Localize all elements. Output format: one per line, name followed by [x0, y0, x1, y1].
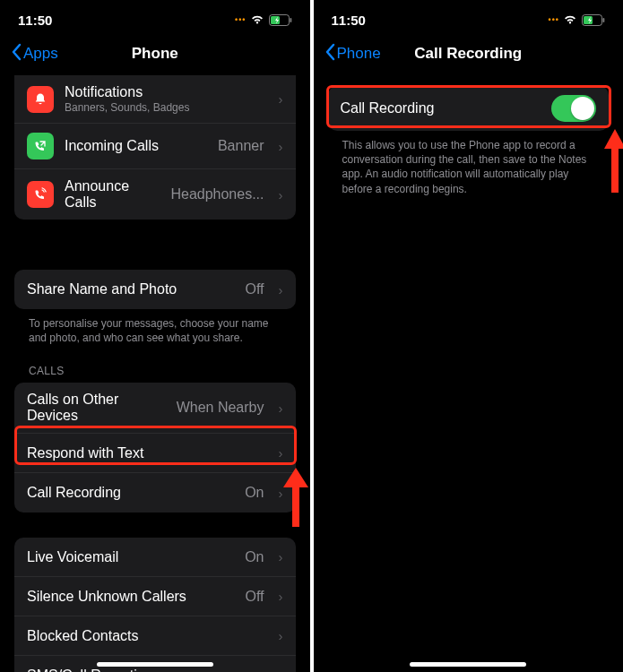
call-recording-toggle-cell[interactable]: Call Recording: [328, 86, 610, 131]
incoming-calls-cell[interactable]: Incoming Calls Banner ›: [14, 124, 296, 169]
back-label: Phone: [337, 45, 381, 63]
calls-section: CALLS Calls on Other Devices When Nearby…: [14, 365, 296, 513]
back-button[interactable]: Apps: [11, 43, 58, 65]
incoming-calls-value: Banner: [218, 138, 264, 154]
nav-bar: Apps Phone: [0, 36, 310, 75]
chevron-right-icon: ›: [279, 282, 283, 297]
share-label: Share Name and Photo: [27, 281, 234, 297]
svg-rect-5: [603, 18, 605, 22]
left-screen: 11:50 ••• Apps Phone Notifications Banne…: [0, 0, 310, 672]
blocked-label: Blocked Contacts: [27, 628, 264, 644]
chevron-right-icon: ›: [279, 187, 283, 202]
live-voicemail-cell[interactable]: Live Voicemail On ›: [14, 538, 296, 577]
status-bar: 11:50 •••: [0, 0, 310, 36]
share-section: Share Name and Photo Off › To personalis…: [14, 270, 296, 345]
sms-label: SMS/Call Reporting: [27, 668, 264, 672]
share-footer: To personalise your messages, choose you…: [14, 309, 296, 345]
toggle-knob: [571, 97, 594, 120]
chevron-right-icon: ›: [279, 445, 283, 461]
incoming-calls-icon: [27, 133, 54, 159]
page-title: Phone: [132, 45, 178, 63]
chevron-right-icon: ›: [279, 549, 283, 564]
toggle-label: Call Recording: [341, 100, 541, 116]
call-recording-value: On: [245, 485, 264, 501]
chevron-right-icon: ›: [279, 628, 283, 643]
recording-footer: This allows you to use the Phone app to …: [328, 131, 610, 196]
silence-unknown-cell[interactable]: Silence Unknown Callers Off ›: [14, 577, 296, 616]
voicemail-section: Live Voicemail On › Silence Unknown Call…: [14, 538, 296, 672]
chevron-left-icon: [324, 43, 335, 65]
notifications-label: Notifications Banners, Sounds, Badges: [65, 84, 264, 114]
wifi-icon: [250, 14, 264, 25]
settings-group-alerts: Notifications Banners, Sounds, Badges › …: [14, 75, 296, 220]
notifications-icon: [27, 86, 54, 113]
wifi-icon: [563, 14, 577, 25]
respond-label: Respond with Text: [27, 445, 264, 461]
recording-dots-icon: •••: [549, 15, 559, 24]
battery-icon: [581, 14, 605, 26]
respond-with-text-cell[interactable]: Respond with Text ›: [14, 434, 296, 473]
chevron-right-icon: ›: [279, 668, 283, 672]
chevron-right-icon: ›: [279, 486, 283, 501]
announce-calls-icon: [27, 181, 54, 208]
home-indicator[interactable]: [97, 662, 213, 667]
call-recording-cell[interactable]: Call Recording On ›: [14, 473, 296, 513]
home-indicator[interactable]: [410, 662, 526, 667]
incoming-calls-label: Incoming Calls: [65, 138, 207, 154]
back-label: Apps: [23, 45, 58, 63]
voicemail-value: On: [245, 549, 264, 565]
call-recording-label: Call Recording: [27, 485, 234, 501]
blocked-contacts-cell[interactable]: Blocked Contacts ›: [14, 616, 296, 656]
silence-value: Off: [245, 589, 264, 605]
page-title: Call Recording: [414, 45, 522, 63]
chevron-right-icon: ›: [279, 589, 283, 604]
other-devices-value: When Nearby: [177, 400, 264, 416]
status-time: 11:50: [18, 13, 52, 28]
share-value: Off: [245, 281, 264, 297]
right-screen: 11:50 ••• Phone Call Recording Call Reco…: [314, 0, 624, 672]
share-name-photo-cell[interactable]: Share Name and Photo Off ›: [14, 270, 296, 309]
status-bar: 11:50 •••: [314, 0, 624, 36]
recording-section: Call Recording This allows you to use th…: [328, 86, 610, 196]
back-button[interactable]: Phone: [324, 43, 381, 65]
chevron-right-icon: ›: [279, 139, 283, 154]
recording-dots-icon: •••: [235, 15, 246, 24]
announce-calls-label: Announce Calls: [65, 178, 160, 211]
other-devices-label: Calls on Other Devices: [27, 392, 166, 424]
status-icons: •••: [235, 14, 291, 26]
call-recording-toggle[interactable]: [551, 95, 596, 122]
announce-calls-value: Headphones...: [170, 186, 264, 202]
nav-bar: Phone Call Recording: [314, 36, 624, 75]
status-icons: •••: [549, 14, 605, 26]
silence-label: Silence Unknown Callers: [27, 589, 234, 605]
svg-rect-2: [290, 18, 291, 22]
notifications-cell[interactable]: Notifications Banners, Sounds, Badges ›: [14, 75, 296, 124]
chevron-right-icon: ›: [279, 401, 283, 416]
voicemail-label: Live Voicemail: [27, 549, 234, 565]
calls-other-devices-cell[interactable]: Calls on Other Devices When Nearby ›: [14, 383, 296, 434]
chevron-left-icon: [11, 43, 22, 65]
calls-header: CALLS: [14, 365, 296, 383]
battery-icon: [268, 14, 292, 26]
status-time: 11:50: [332, 13, 366, 28]
chevron-right-icon: ›: [279, 91, 283, 107]
announce-calls-cell[interactable]: Announce Calls Headphones... ›: [14, 169, 296, 220]
